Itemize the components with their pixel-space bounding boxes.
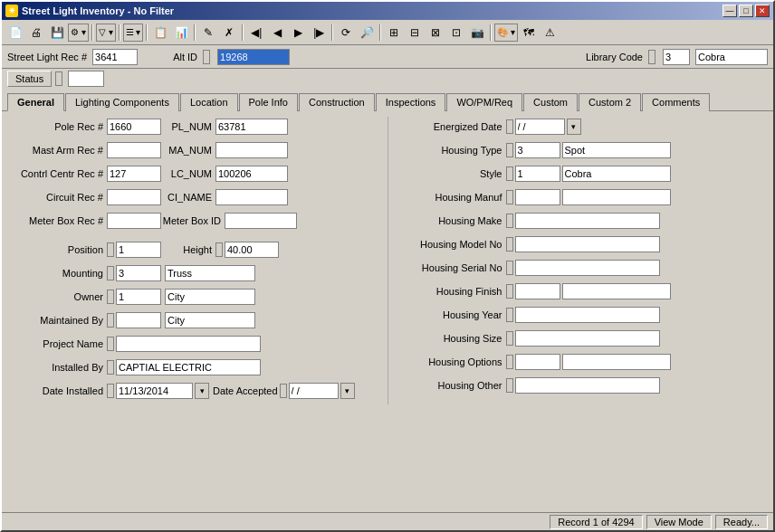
library-code-input[interactable]	[663, 49, 690, 65]
housing-type-value[interactable]	[562, 142, 671, 158]
alt-id-input[interactable]	[217, 49, 290, 65]
tab-general[interactable]: General	[7, 93, 64, 111]
library-code-name-input[interactable]	[695, 49, 768, 65]
tb-btn3[interactable]: ✎	[198, 23, 218, 43]
mounting-text-input[interactable]	[165, 265, 255, 281]
housing-make-label: Housing Make	[397, 215, 506, 226]
tab-comments[interactable]: Comments	[642, 93, 710, 111]
tb-btn9[interactable]: ⊠	[426, 23, 445, 43]
housing-type-code[interactable]	[515, 142, 560, 158]
style-code[interactable]	[515, 166, 560, 182]
tab-pole[interactable]: Pole Info	[239, 93, 298, 111]
mast-arm-input[interactable]	[107, 142, 161, 158]
tb-map-button[interactable]: 🗺	[519, 23, 539, 43]
maximize-button[interactable]: □	[739, 5, 753, 17]
housing-manuf-value[interactable]	[562, 189, 671, 205]
nav-next-button[interactable]: ▶	[288, 23, 308, 43]
housing-finish-value[interactable]	[562, 283, 671, 299]
tab-construction[interactable]: Construction	[299, 93, 375, 111]
tab-location[interactable]: Location	[180, 93, 238, 111]
mounting-code-input[interactable]	[116, 265, 161, 281]
housing-year-input[interactable]	[515, 307, 660, 323]
tab-woreq[interactable]: WO/PM/Req	[446, 93, 522, 111]
housing-finish-row: Housing Finish	[397, 281, 769, 301]
ci-name-label: CI_NAME	[161, 192, 215, 203]
housing-other-row: Housing Other	[397, 375, 769, 395]
tabs-bar: General Lighting Components Location Pol…	[2, 89, 773, 111]
nav-last-button[interactable]: |▶	[309, 23, 329, 43]
nav-first-button[interactable]: ◀|	[246, 23, 266, 43]
owner-code-input[interactable]	[116, 289, 161, 305]
housing-type-row: Housing Type	[397, 140, 769, 160]
tb-btn8[interactable]: ⊟	[405, 23, 425, 43]
tb-alert-button[interactable]: ⚠	[540, 23, 560, 43]
tb-btn2[interactable]: 📊	[171, 23, 191, 43]
energized-date-input[interactable]	[515, 119, 565, 135]
housing-finish-indicator	[506, 284, 513, 299]
position-input[interactable]	[116, 242, 161, 258]
new-button[interactable]: 📄	[5, 23, 25, 43]
ci-name-input[interactable]	[215, 189, 288, 205]
housing-serial-input[interactable]	[515, 260, 660, 276]
view-dropdown[interactable]: ☰ ▾	[123, 24, 144, 42]
status-input[interactable]	[68, 71, 104, 87]
lc-num-input[interactable]	[215, 166, 288, 182]
maintained-text-input[interactable]	[165, 312, 255, 328]
height-input[interactable]	[225, 242, 279, 258]
color-dropdown[interactable]: 🎨 ▾	[494, 24, 518, 42]
tab-inspections[interactable]: Inspections	[376, 93, 446, 111]
energized-indicator	[506, 119, 513, 134]
toolbar-dropdown1[interactable]: ⚙ ▾	[68, 24, 89, 42]
owner-text-input[interactable]	[165, 289, 255, 305]
tb-btn11[interactable]: 📷	[467, 23, 487, 43]
housing-options-label: Housing Options	[397, 356, 506, 367]
tb-btn5[interactable]: ⟳	[336, 23, 356, 43]
save-button[interactable]: 💾	[47, 23, 67, 43]
contrl-centr-input[interactable]	[107, 166, 161, 182]
housing-finish-code[interactable]	[515, 283, 560, 299]
mast-arm-label: Mast Arm Rec #	[7, 145, 107, 156]
pole-rec-input[interactable]	[107, 119, 161, 135]
date-installed-input[interactable]	[116, 383, 193, 399]
content-area: Pole Rec # PL_NUM Mast Arm Rec # MA_NUM …	[2, 111, 773, 512]
circuit-rec-input[interactable]	[107, 189, 161, 205]
status-button[interactable]: Status	[7, 71, 52, 87]
tb-btn7[interactable]: ⊞	[384, 23, 404, 43]
pole-rec-row: Pole Rec # PL_NUM	[7, 117, 378, 137]
tb-btn6[interactable]: 🔎	[357, 23, 377, 43]
tb-btn4[interactable]: ✗	[219, 23, 239, 43]
meter-box-input[interactable]	[107, 213, 161, 229]
tab-lighting[interactable]: Lighting Components	[65, 93, 179, 111]
style-value[interactable]	[562, 166, 671, 182]
tb-btn10[interactable]: ⊡	[446, 23, 466, 43]
tab-custom2[interactable]: Custom 2	[579, 93, 641, 111]
housing-options-value[interactable]	[562, 354, 671, 370]
energized-dropdown[interactable]: ▾	[567, 119, 581, 135]
tab-custom[interactable]: Custom	[523, 93, 578, 111]
date-accepted-dropdown[interactable]: ▾	[340, 383, 355, 399]
pl-num-input[interactable]	[215, 119, 288, 135]
print-button[interactable]: 🖨	[26, 23, 46, 43]
maintained-code-input[interactable]	[116, 312, 161, 328]
housing-manuf-code[interactable]	[515, 189, 560, 205]
nav-prev-button[interactable]: ◀	[267, 23, 287, 43]
meter-box-id-input[interactable]	[225, 213, 297, 229]
project-name-input[interactable]	[116, 336, 261, 352]
ma-num-input[interactable]	[215, 142, 288, 158]
street-light-rec-input[interactable]	[92, 49, 138, 65]
minimize-button[interactable]: —	[722, 5, 737, 17]
close-button[interactable]: ✕	[755, 5, 770, 17]
tb-btn1[interactable]: 📋	[150, 23, 170, 43]
installed-by-row: Installed By	[7, 357, 378, 377]
date-installed-indicator	[107, 384, 114, 398]
housing-size-input[interactable]	[515, 330, 660, 347]
housing-model-input[interactable]	[515, 236, 660, 252]
date-installed-dropdown[interactable]: ▾	[195, 383, 209, 399]
housing-size-label: Housing Size	[397, 333, 506, 344]
housing-make-input[interactable]	[515, 213, 660, 229]
date-accepted-input[interactable]	[289, 383, 339, 399]
installed-by-input[interactable]	[116, 359, 261, 375]
housing-options-code[interactable]	[515, 354, 560, 370]
housing-other-input[interactable]	[515, 377, 660, 394]
filter-dropdown[interactable]: ▽ ▾	[96, 24, 116, 42]
